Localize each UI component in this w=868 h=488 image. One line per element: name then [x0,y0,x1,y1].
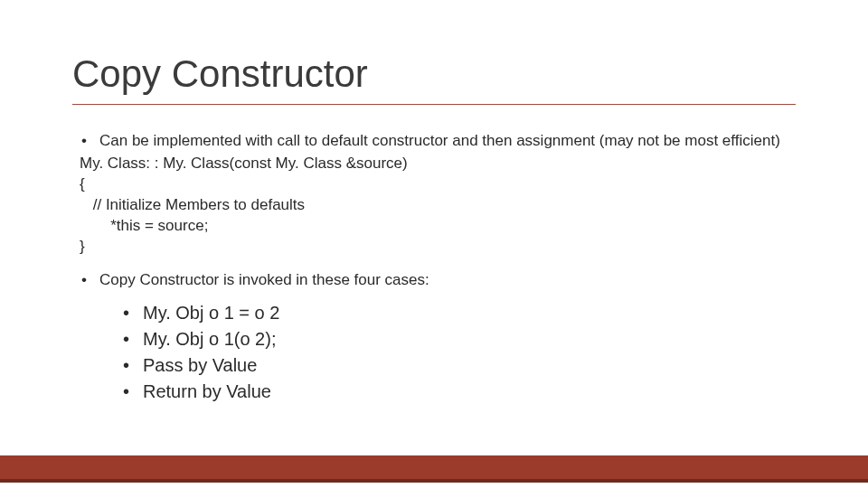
bullet-dot-icon [80,270,99,291]
code-line-5: } [80,237,794,258]
sub-bullet-text: My. Obj o 1(o 2); [143,326,276,352]
sub-bullet-item: My. Obj o 1 = o 2 [123,300,794,326]
sub-bullet-list: My. Obj o 1 = o 2 My. Obj o 1(o 2); Pass… [80,300,794,405]
bullet-item-1: Can be implemented with call to default … [80,131,794,152]
bullet-dot-icon [80,131,99,152]
bullet-text-1: Can be implemented with call to default … [99,131,780,152]
bullet-dot-icon [123,326,143,352]
code-line-4: *this = source; [80,216,794,237]
sub-bullet-item: My. Obj o 1(o 2); [123,326,794,352]
bullet-item-2: Copy Constructor is invoked in these fou… [80,270,794,291]
sub-bullet-text: My. Obj o 1 = o 2 [143,300,279,326]
sub-bullet-item: Pass by Value [123,352,794,379]
footer-accent-shadow [0,479,868,483]
code-block: My. Class: : My. Class(const My. Class &… [80,154,794,258]
code-line-2: { [80,174,794,195]
bullet-text-2: Copy Constructor is invoked in these fou… [99,270,429,291]
footer-accent-bar [0,455,868,479]
slide-title: Copy Constructor [72,52,368,96]
code-line-3: // Initialize Members to defaults [80,195,794,216]
code-line-1: My. Class: : My. Class(const My. Class &… [80,154,794,174]
title-underline [72,104,796,105]
sub-bullet-text: Pass by Value [143,352,257,379]
bullet-dot-icon [123,352,143,379]
sub-bullet-text: Return by Value [143,379,271,405]
bullet-dot-icon [123,379,143,405]
sub-bullet-item: Return by Value [123,379,794,405]
slide: Copy Constructor Can be implemented with… [0,0,868,488]
bullet-dot-icon [123,300,143,326]
slide-content: Can be implemented with call to default … [80,131,794,405]
